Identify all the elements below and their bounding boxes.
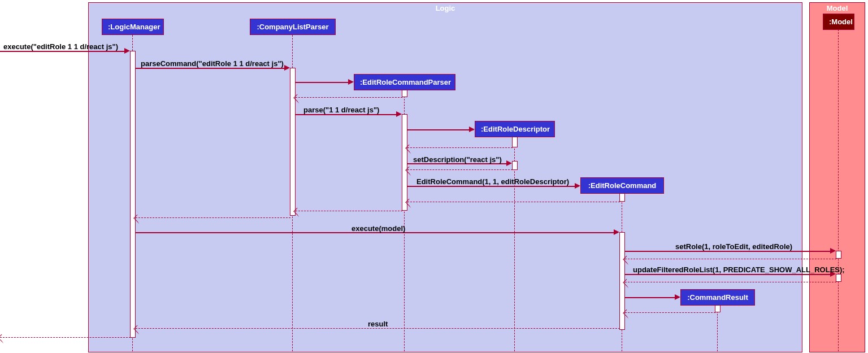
arrow-create-parser	[296, 82, 352, 83]
lifeline-command-result	[717, 306, 718, 351]
participant-company-list-parser: :CompanyListParser	[250, 19, 336, 35]
arrowhead-m6	[614, 229, 619, 235]
activation-edit-role-command-parser-2	[402, 114, 407, 211]
arrow-m3	[296, 114, 400, 115]
arrowhead-m7	[830, 248, 836, 254]
logic-frame-label: Logic	[89, 4, 802, 12]
arrowhead-create-result	[675, 294, 680, 300]
arrow-create-result-return	[625, 312, 715, 313]
arrow-parsecommand-return	[136, 217, 290, 218]
activation-edit-role-descriptor-2	[512, 161, 518, 170]
msg-parse: parse("1 1 d/react js")	[303, 106, 379, 114]
msg-result: result	[368, 320, 388, 328]
arrowhead-m1	[124, 48, 130, 54]
participant-command-result: :CommandResult	[680, 289, 755, 306]
msg-execute-1: execute("editRole 1 1 d/react js")	[3, 42, 118, 51]
msg-set-description: setDescription("react js")	[413, 155, 502, 164]
arrow-m9	[136, 328, 620, 329]
participant-edit-role-command: :EditRoleCommand	[580, 177, 664, 194]
msg-set-role: setRole(1, roleToEdit, editedRole)	[675, 242, 792, 251]
arrow-m1	[0, 51, 127, 52]
msg-parse-command: parseCommand("editRole 1 1 d/react js")	[141, 59, 284, 68]
arrow-create-result	[625, 297, 679, 298]
participant-model: :Model	[823, 14, 854, 30]
arrow-parse-return	[296, 211, 402, 211]
activation-company-list-parser	[290, 68, 296, 216]
activation-model-2	[836, 274, 841, 282]
lifeline-model	[838, 29, 839, 351]
arrow-m4-return	[407, 169, 513, 170]
model-frame: Model	[809, 2, 865, 352]
arrowhead-m2	[284, 65, 290, 71]
activation-model-1	[836, 251, 841, 259]
arrow-create-descriptor-return	[407, 147, 513, 148]
arrow-create-parser-return	[296, 97, 402, 98]
arrow-final-return	[0, 337, 131, 338]
participant-edit-role-descriptor: :EditRoleDescriptor	[475, 121, 555, 137]
arrow-m5	[407, 186, 579, 187]
arrowhead-m3	[396, 111, 402, 117]
arrow-m5-return	[407, 202, 620, 202]
arrowhead-m4	[506, 160, 512, 166]
arrowhead-final-return	[0, 334, 7, 343]
arrowhead-create-descriptor	[469, 127, 475, 132]
arrow-m7	[625, 251, 834, 252]
arrow-create-descriptor	[407, 129, 474, 130]
arrow-m7-return	[625, 259, 836, 259]
activation-logic-manager	[130, 51, 136, 338]
arrow-m8-return	[625, 282, 836, 282]
arrow-m8	[625, 274, 834, 275]
arrow-m2	[136, 68, 288, 69]
arrowhead-m5	[575, 183, 580, 189]
model-frame-label: Model	[810, 4, 865, 12]
participant-logic-manager: :LogicManager	[102, 19, 164, 35]
msg-update-filtered: updateFilteredRoleList(1, PREDICATE_SHOW…	[633, 265, 845, 274]
msg-execute-model: execute(model)	[351, 224, 405, 233]
participant-edit-role-command-parser: :EditRoleCommandParser	[354, 74, 455, 90]
msg-edit-role-command: EditRoleCommand(1, 1, editRoleDescriptor…	[416, 177, 569, 186]
arrowhead-create-parser	[348, 79, 354, 85]
